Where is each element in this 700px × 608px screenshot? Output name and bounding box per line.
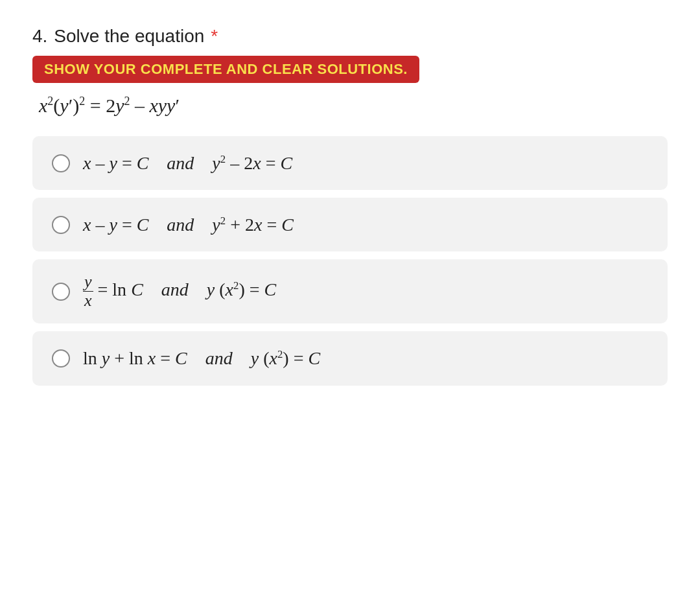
question-number: 4. <box>32 26 47 47</box>
option-d-text: ln y + ln x = C and y (x2) = C <box>83 345 320 371</box>
option-c[interactable]: yx = ln C and y (x2) = C <box>32 259 668 323</box>
options-container: x – y = C and y2 – 2x = C x – y = C and … <box>32 136 668 386</box>
option-a-text: x – y = C and y2 – 2x = C <box>83 150 292 176</box>
question-title: Solve the equation <box>54 26 204 47</box>
radio-d[interactable] <box>52 349 70 368</box>
equation-display: x2(y′)2 = 2y2 – xyy′ <box>39 95 668 117</box>
radio-a[interactable] <box>52 154 70 172</box>
option-d[interactable]: ln y + ln x = C and y (x2) = C <box>32 331 668 385</box>
option-b[interactable]: x – y = C and y2 + 2x = C <box>32 198 668 251</box>
radio-c[interactable] <box>52 283 70 301</box>
option-a[interactable]: x – y = C and y2 – 2x = C <box>32 136 668 190</box>
required-asterisk: * <box>211 26 218 47</box>
radio-b[interactable] <box>52 216 70 234</box>
option-c-text: yx = ln C and y (x2) = C <box>83 274 276 309</box>
question-header: 4. Solve the equation * <box>32 26 668 47</box>
solutions-banner: SHOW YOUR COMPLETE AND CLEAR SOLUTIONS. <box>32 56 419 83</box>
option-b-text: x – y = C and y2 + 2x = C <box>83 212 294 237</box>
